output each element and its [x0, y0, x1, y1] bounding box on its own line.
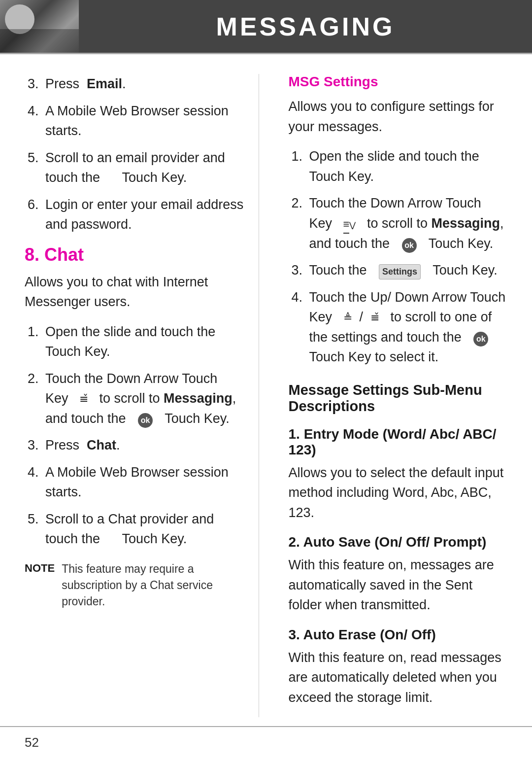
list-item: Touch the Up/ Down Arrow Touch Key ≜ / ≡…: [306, 287, 508, 367]
ok-icon-2: ok: [402, 238, 417, 253]
list-item: Open the slide and touch the Touch Key.: [42, 322, 244, 362]
chat-bold: Chat: [87, 438, 116, 452]
bottom-bar: 52: [0, 726, 532, 750]
ok-icon-3: ok: [473, 332, 488, 347]
page-header: MESSAGING: [0, 0, 532, 54]
chat-steps-list: Open the slide and touch the Touch Key. …: [42, 322, 244, 549]
list-item: Touch the Down Arrow Touch Key ≡⋁ to scr…: [306, 193, 508, 253]
list-item: A Mobile Web Browser session starts.: [42, 101, 244, 141]
email-bold: Email: [87, 76, 122, 91]
list-item: Open the slide and touch the Touch Key.: [306, 146, 508, 186]
msg-settings-description: Allows you to configure settings for you…: [289, 97, 508, 137]
email-steps-list: Press Email. A Mobile Web Browser sessio…: [42, 74, 244, 235]
left-column: Press Email. A Mobile Web Browser sessio…: [25, 74, 259, 717]
note-label: NOTE: [25, 562, 55, 575]
msg-settings-heading: MSG Settings: [289, 74, 508, 90]
messaging-bold: Messaging: [164, 391, 233, 406]
down-arrow-icon: ≡̌: [79, 391, 88, 407]
msg-settings-steps-list: Open the slide and touch the Touch Key. …: [306, 146, 508, 367]
list-item: Login or enter your email address and pa…: [42, 195, 244, 235]
header-photo: [0, 0, 79, 54]
messaging-bold-2: Messaging: [431, 216, 500, 231]
entry-1-heading: 1. Entry Mode (Word/ Abc/ ABC/ 123): [289, 426, 508, 458]
page-number: 52: [25, 735, 39, 750]
ok-icon: ok: [138, 413, 153, 428]
entry-2-text: With this feature on, messages are autom…: [289, 555, 508, 615]
list-item: Scroll to an email provider and touch th…: [42, 148, 244, 188]
list-item: A Mobile Web Browser session starts.: [42, 462, 244, 502]
entry-3-heading: 3. Auto Erase (On/ Off): [289, 627, 508, 643]
settings-icon: Settings: [379, 264, 421, 279]
list-item: Press Chat.: [42, 435, 244, 455]
list-item: Scroll to a Chat provider and touch the …: [42, 509, 244, 549]
chat-description: Allows you to chat with Internet Messeng…: [25, 272, 244, 312]
list-item: Touch the Settings Touch Key.: [306, 260, 508, 280]
down-arrow-icon-2: ≡: [343, 216, 350, 234]
note-text: This feature may require a subscription …: [62, 561, 243, 610]
entry-3-text: With this feature on, read messages are …: [289, 648, 508, 708]
entry-1-text: Allows you to select the default input m…: [289, 463, 508, 523]
list-item: Touch the Down Arrow Touch Key ≡̌ to scr…: [42, 369, 244, 429]
right-column: MSG Settings Allows you to configure set…: [289, 74, 508, 717]
list-item: Press Email.: [42, 74, 244, 94]
down-arrow-icon-3: ≡̌: [370, 310, 379, 326]
main-content: Press Email. A Mobile Web Browser sessio…: [0, 54, 532, 737]
sub-menu-heading: Message Settings Sub-Menu Descriptions: [289, 382, 508, 415]
up-arrow-icon: ≜: [343, 310, 352, 326]
entry-2-heading: 2. Auto Save (On/ Off/ Prompt): [289, 534, 508, 550]
chat-heading: 8. Chat: [25, 244, 244, 265]
page-title: MESSAGING: [79, 0, 532, 53]
note-block: NOTE This feature may require a subscrip…: [25, 561, 244, 610]
